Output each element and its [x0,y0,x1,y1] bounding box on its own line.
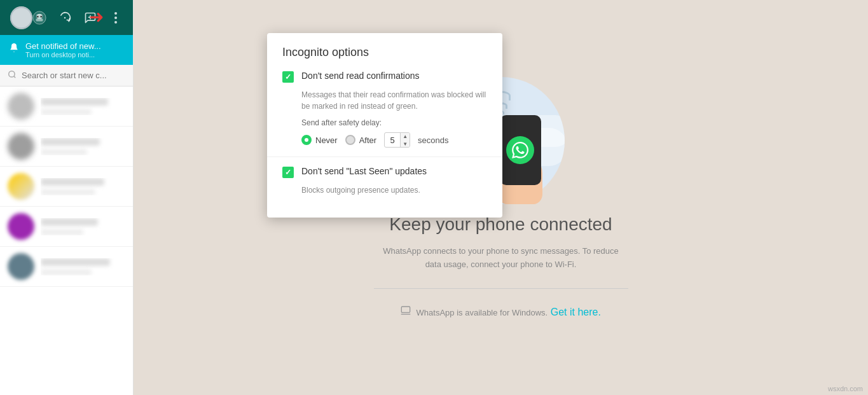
main-subtitle: WhatsApp connects to your phone to sync … [380,245,622,272]
never-radio[interactable]: Never [301,135,338,145]
option2-description: Blocks outgoing presence updates. [301,184,487,196]
incognito-button[interactable] [32,11,46,25]
sidebar: ➜ Get notified of new... Turn on desktop… [0,0,134,395]
svg-point-11 [114,17,117,19]
sidebar-header [0,0,133,35]
svg-rect-1 [11,8,31,27]
main-content: Incognito options ✓ Don't send read conf… [134,0,868,395]
spinner-up[interactable]: ▲ [401,132,410,140]
chat-info [41,178,125,195]
seconds-label: seconds [418,135,448,145]
chat-info [41,218,125,235]
arrow-indicator: ➜ [89,6,104,27]
option1-label: Don't send read confirmations [301,71,420,81]
option1-row: ✓ Don't send read confirmations [282,71,487,83]
avatar [8,93,34,120]
watermark: wsxdn.com [828,385,863,392]
notification-banner[interactable]: Get notified of new... Turn on desktop n… [0,35,133,65]
menu-button[interactable] [109,11,123,25]
search-input[interactable] [22,71,125,80]
spinner-down[interactable]: ▼ [401,140,410,148]
popup-title: Incognito options [282,46,487,59]
option2-checkbox[interactable]: ✓ [282,167,294,178]
windows-note: WhatsApp is available for Windows. Get i… [401,305,601,318]
avatar [8,253,34,280]
list-item[interactable] [0,167,133,207]
svg-rect-16 [401,307,410,312]
svg-point-14 [9,71,15,77]
windows-link[interactable]: Get it here. [551,307,601,317]
search-icon [8,70,17,81]
after-radio-dot [345,135,355,145]
chat-list [0,87,133,395]
never-radio-label: Never [315,135,338,145]
option1-description: Messages that their read confirmation wa… [301,89,487,112]
list-item[interactable] [0,87,133,127]
notification-title: Get notified of new... [25,41,124,51]
delay-label: Send after safety delay: [301,118,487,127]
svg-point-5 [40,15,42,17]
option2-row: ✓ Don't send "Last Seen" updates [282,166,487,178]
svg-point-12 [114,21,117,24]
list-item[interactable] [0,207,133,247]
option2-label: Don't send "Last Seen" updates [301,166,427,176]
svg-point-10 [114,12,117,15]
hand-phone [495,102,552,204]
spinner-value: 5 [385,135,400,145]
delay-section: Send after safety delay: Never After 5 ▲… [301,118,487,148]
notification-icon [9,43,19,55]
delay-spinner[interactable]: 5 ▲ ▼ [384,132,410,148]
spinner-arrows: ▲ ▼ [400,132,410,148]
list-item[interactable] [0,247,133,287]
chat-info [41,138,125,155]
svg-line-15 [14,76,16,78]
popup-divider [267,156,502,157]
incognito-options-popup: Incognito options ✓ Don't send read conf… [267,33,502,218]
divider [374,288,628,289]
notification-text: Get notified of new... Turn on desktop n… [25,41,124,59]
list-item[interactable] [0,127,133,167]
after-radio-label: After [359,135,376,145]
laptop-icon [401,305,411,317]
avatar[interactable] [10,6,32,29]
notification-subtitle: Turn on desktop noti... [25,51,124,59]
chat-info [41,98,125,115]
after-radio[interactable]: After [345,135,376,145]
chat-info [41,258,125,275]
windows-note-text: WhatsApp is available for Windows. [417,308,548,317]
status-button[interactable] [58,11,72,25]
header-icons [32,11,123,25]
avatar [8,173,34,200]
avatar [8,213,34,240]
svg-rect-6 [36,18,43,21]
main-title: Keep your phone connected [389,214,612,235]
svg-point-7 [64,17,66,18]
delay-options: Never After 5 ▲ ▼ seconds [301,132,487,148]
avatar [8,133,34,160]
svg-point-4 [37,15,39,17]
never-radio-dot [301,135,312,145]
search-bar [0,65,133,87]
option1-checkbox[interactable]: ✓ [282,71,294,83]
